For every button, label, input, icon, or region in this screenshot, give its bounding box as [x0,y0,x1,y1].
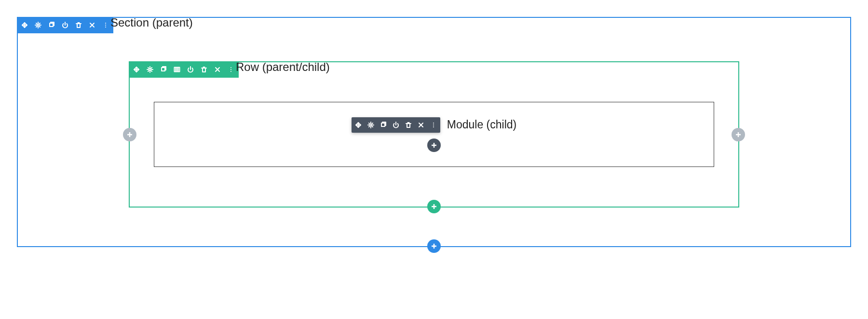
add-module-button[interactable] [427,139,441,152]
section-label: Section (parent) [110,16,193,29]
move-icon[interactable] [133,66,140,73]
delete-icon[interactable] [75,21,82,29]
settings-icon[interactable] [367,121,375,129]
row-toolbar [129,61,239,78]
row-container: Row (parent/child) Module (child) [129,61,739,208]
module-container: Module (child) [154,102,714,167]
duplicate-icon[interactable] [380,121,387,129]
add-column-left-button[interactable] [123,128,136,141]
duplicate-icon[interactable] [160,66,167,73]
more-icon[interactable] [430,121,437,129]
more-icon[interactable] [102,21,109,29]
power-icon[interactable] [392,121,400,129]
move-icon[interactable] [354,121,362,129]
add-section-button[interactable] [427,239,441,253]
delete-icon[interactable] [405,121,412,129]
section-toolbar [17,17,113,33]
columns-icon[interactable] [173,66,181,73]
duplicate-icon[interactable] [48,21,55,29]
module-header: Module (child) [352,117,516,133]
module-toolbar [352,117,440,133]
close-icon[interactable] [88,21,96,29]
move-icon[interactable] [21,21,28,29]
power-icon[interactable] [187,66,194,73]
settings-icon[interactable] [146,66,154,73]
more-icon[interactable] [227,66,235,73]
add-row-button[interactable] [427,200,441,213]
add-column-right-button[interactable] [732,128,745,141]
delete-icon[interactable] [200,66,208,73]
settings-icon[interactable] [34,21,42,29]
close-icon[interactable] [417,121,425,129]
row-label: Row (parent/child) [236,60,330,74]
close-icon[interactable] [214,66,221,73]
section-container: Section (parent) Row (parent/child) [17,17,851,247]
module-label: Module (child) [447,118,516,131]
power-icon[interactable] [61,21,69,29]
